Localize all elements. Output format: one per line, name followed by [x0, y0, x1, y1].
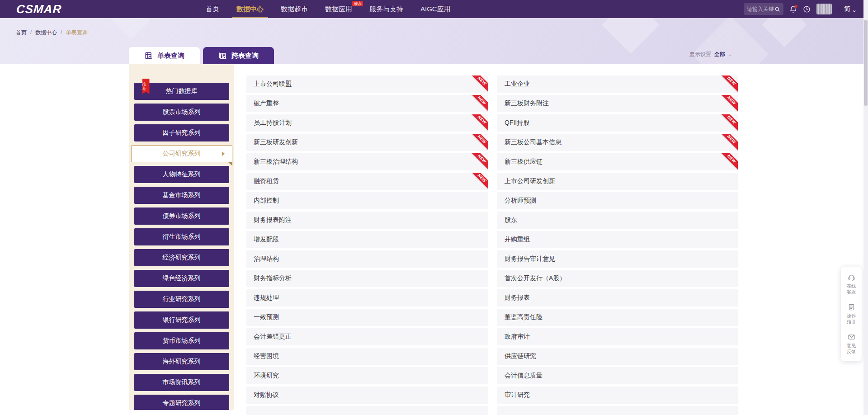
sidebar-item[interactable]: 股票市场系列 [134, 104, 229, 121]
database-row-label: 股东 [505, 216, 517, 224]
database-row[interactable]: 财务报表附注 [246, 212, 488, 229]
sidebar-item[interactable]: 行业研究系列 [134, 291, 229, 308]
nav-item[interactable]: 数据超市 [281, 0, 308, 18]
chevron-down-icon[interactable] [728, 52, 732, 57]
sidebar-item-label: 海外研究系列 [163, 358, 201, 366]
nav-item[interactable]: AIGC应用 [420, 0, 451, 18]
sidebar-item-label: 热门数据库 [166, 87, 198, 95]
sidebar-item[interactable]: 海外研究系列 [134, 353, 229, 370]
database-row[interactable]: 上市公司联盟NEW [246, 75, 488, 93]
navbar-search[interactable] [744, 3, 783, 15]
display-setting-value[interactable]: 全部 [714, 51, 725, 58]
database-row[interactable]: 首次公开发行（A股） [497, 270, 738, 287]
sidebar-item[interactable]: 债券市场系列 [134, 208, 229, 225]
database-row[interactable]: 员工持股计划NEW [246, 114, 488, 132]
sidebar-item[interactable]: 基金市场系列 [134, 187, 229, 204]
database-row-label: 上市公司联盟 [254, 80, 292, 88]
database-row-label: 新三板供应链 [505, 158, 542, 166]
sidebar-item[interactable]: 公司研究系列 [131, 145, 232, 162]
breadcrumb: 首页/数据中心/单表查询 [16, 29, 88, 37]
search-input[interactable] [747, 6, 774, 12]
database-row-partial[interactable] [497, 406, 738, 415]
database-row[interactable]: 股东 [497, 212, 738, 229]
avatar[interactable] [816, 4, 832, 14]
database-row[interactable]: 违规处理 [246, 289, 488, 307]
breadcrumb-item: 单表查询 [66, 29, 88, 37]
rail-item-online-service[interactable]: 在线客服 [841, 269, 862, 299]
database-row[interactable]: 经营困境 [246, 348, 488, 365]
database-row-partial[interactable] [246, 406, 488, 415]
database-row[interactable]: 财务报表 [497, 289, 738, 307]
database-row[interactable]: 上市公司研发创新 [497, 173, 738, 190]
new-ribbon: NEW [721, 134, 738, 151]
floating-toolbar: 在线客服操作指引意见反馈 [841, 267, 862, 361]
database-row[interactable]: QFII持股NEW [497, 114, 738, 132]
new-ribbon: NEW [721, 75, 738, 92]
breadcrumb-item[interactable]: 首页 [16, 29, 27, 37]
database-row-label: 工业企业 [505, 80, 530, 88]
sidebar-item[interactable]: 因子研究系列 [134, 124, 229, 141]
tab-cross-table-query[interactable]: 跨表查询 [203, 47, 274, 64]
database-row[interactable]: 会计差错更正 [246, 328, 488, 345]
sidebar-item[interactable]: 银行研究系列 [134, 311, 229, 329]
display-setting: 显示设置 全部 [689, 51, 732, 58]
sidebar-item[interactable]: 专题研究系列 [134, 395, 229, 410]
sidebar-item[interactable]: 绿色经济系列 [134, 270, 229, 287]
divider [838, 6, 838, 12]
database-row-label: 环境研究 [254, 372, 279, 380]
database-row[interactable]: 治理结构 [246, 250, 488, 268]
database-row[interactable]: 财务指标分析 [246, 270, 488, 287]
notifications-icon[interactable] [789, 5, 797, 13]
database-row[interactable]: 对赌协议 [246, 387, 488, 404]
database-row-label: 员工持股计划 [254, 119, 292, 127]
database-row[interactable]: 破产重整NEW [246, 95, 488, 112]
sidebar-item[interactable]: 市场资讯系列 [134, 374, 229, 391]
database-row[interactable]: 财务报告审计意见 [497, 250, 738, 268]
sidebar-item-label: 货币市场系列 [163, 337, 201, 345]
sidebar-item[interactable]: 货币市场系列 [134, 332, 229, 349]
database-row[interactable]: 会计信息质量 [497, 367, 738, 384]
database-row[interactable]: 审计研究 [497, 387, 738, 404]
tab-single-table-query[interactable]: 单表查询 [129, 47, 200, 64]
database-row-label: 审计研究 [505, 391, 530, 399]
sidebar-item[interactable]: 人物特征系列 [134, 166, 229, 183]
hero-band: 首页/数据中心/单表查询 单表查询跨表查询 显示设置 全部 [0, 18, 868, 64]
scrollbar-track[interactable] [863, 0, 868, 415]
feedback-icon [848, 333, 855, 341]
language-switcher[interactable]: 简 [844, 5, 856, 13]
sidebar-item[interactable]: 热门数据库推荐 [134, 83, 229, 100]
csmar-logo[interactable]: CSMAR [16, 2, 62, 16]
database-row[interactable]: 政府审计 [497, 328, 738, 345]
database-row[interactable]: 内部控制 [246, 192, 488, 209]
database-row[interactable]: 供应链研究 [497, 348, 738, 365]
nav-item[interactable]: 数据中心 [236, 0, 264, 18]
sidebar-item[interactable]: 衍生市场系列 [134, 228, 229, 245]
database-row[interactable]: 新三板公司基本信息NEW [497, 134, 738, 151]
database-row[interactable]: 一致预测 [246, 309, 488, 326]
database-row-label: 破产重整 [254, 99, 279, 108]
nav-item[interactable]: 首页 [206, 0, 219, 18]
database-row[interactable]: 新三板治理结构NEW [246, 153, 488, 170]
database-row[interactable]: 工业企业NEW [497, 75, 738, 93]
database-row[interactable]: 新三板研发创新NEW [246, 134, 488, 151]
database-row[interactable]: 增发配股 [246, 231, 488, 248]
rail-item-feedback[interactable]: 意见反馈 [841, 329, 862, 358]
database-row[interactable]: 新三板财务附注NEW [497, 95, 738, 112]
nav-item[interactable]: 数据应用推荐 [325, 0, 352, 18]
database-row-label: 董监高责任险 [505, 313, 542, 321]
database-row[interactable]: 融资租赁NEW [246, 173, 488, 190]
decor-shape [762, 18, 807, 47]
database-row[interactable]: 环境研究 [246, 367, 488, 384]
decor-shape [112, 18, 151, 39]
scrollbar-thumb[interactable] [864, 20, 868, 106]
history-icon[interactable] [803, 5, 811, 13]
rail-item-operation-guide[interactable]: 操作指引 [841, 299, 862, 329]
database-row[interactable]: 董监高责任险 [497, 309, 738, 326]
sidebar-item[interactable]: 经济研究系列 [134, 249, 229, 266]
database-row[interactable]: 分析师预测 [497, 192, 738, 209]
database-row[interactable]: 新三板供应链NEW [497, 153, 738, 170]
search-icon[interactable] [774, 6, 780, 12]
database-row[interactable]: 并购重组 [497, 231, 738, 248]
breadcrumb-item[interactable]: 数据中心 [35, 29, 57, 37]
nav-item[interactable]: 服务与支持 [369, 0, 403, 18]
